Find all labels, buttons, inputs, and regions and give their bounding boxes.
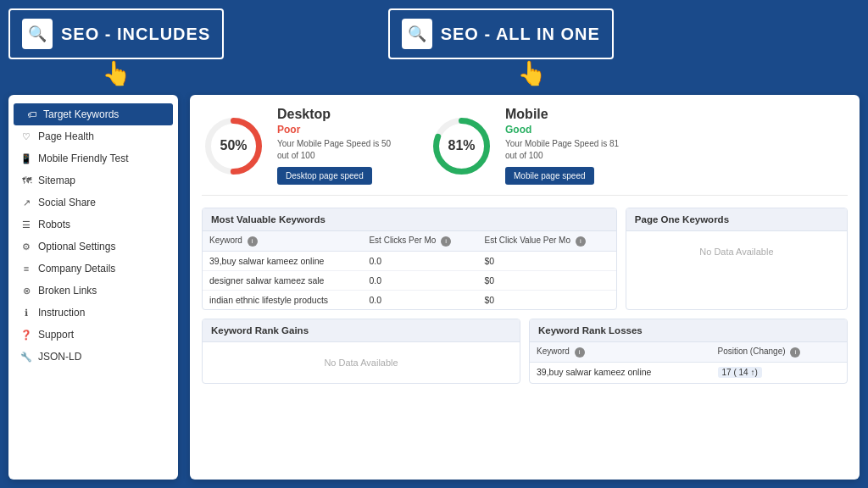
desktop-circle: 50% [202, 114, 265, 178]
optional-settings-icon: ⚙ [20, 241, 32, 252]
keyword-cell: indian ethnic lifestyle products [203, 291, 362, 310]
support-icon: ❓ [20, 330, 32, 341]
nav-label-json-ld: JSON-LD [38, 351, 81, 363]
nav-label-optional-settings: Optional Settings [38, 241, 115, 252]
nav-item-broken-links[interactable]: ⊗ Broken Links [8, 280, 178, 302]
col-keyword: Keyword i [203, 231, 362, 252]
json-ld-icon: 🔧 [20, 352, 32, 363]
top-data-row: Most Valuable Keywords Keyword i Est Cli… [202, 208, 848, 310]
keyword-rank-losses-header: Keyword Rank Losses [530, 319, 847, 342]
loss-col-keyword: Keyword i [530, 342, 711, 363]
loss-keyword-cell: 39,buy salwar kameez online [530, 363, 711, 382]
clicks-info-icon[interactable]: i [441, 236, 451, 247]
most-valuable-keywords-table: Keyword i Est Clicks Per Mo i Est Click … [203, 231, 616, 309]
keyword-rank-gains-no-data: No Data Available [203, 342, 520, 383]
main-content: 🏷 Target Keywords ♡ Page Health 📱 Mobile… [8, 95, 860, 480]
nav-label-company-details: Company Details [38, 263, 115, 274]
col-value: Est Click Value Per Mo i [477, 231, 615, 252]
nav-item-company-details[interactable]: ≡ Company Details [8, 258, 178, 280]
col-clicks: Est Clicks Per Mo i [362, 231, 477, 252]
nav-label-support: Support [38, 329, 74, 341]
desktop-description: Your Mobile Page Speed is 50 out of 100 [277, 138, 396, 162]
seo-all-in-one-header: 🔍 SEO - ALL IN ONE [388, 8, 614, 59]
desktop-speed-info: Desktop Poor Your Mobile Page Speed is 5… [277, 107, 396, 185]
nav-label-broken-links: Broken Links [38, 285, 97, 297]
nav-item-target-keywords[interactable]: 🏷 Target Keywords [14, 103, 173, 125]
social-share-icon: ↗ [20, 197, 32, 208]
loss-position-cell: 17 ( 14 ↑) [711, 363, 848, 382]
table-row: 39,buy salwar kameez online 17 ( 14 ↑) [530, 363, 847, 382]
clicks-cell: 0.0 [362, 252, 477, 271]
mobile-speed-info: Mobile Good Your Mobile Page Speed is 81… [505, 107, 624, 185]
loss-position-info-icon[interactable]: i [790, 347, 800, 358]
mobile-circle: 81% [430, 114, 493, 178]
nav-item-support[interactable]: ❓ Support [8, 324, 178, 346]
value-cell: $0 [477, 291, 615, 310]
nav-label-mobile-friendly: Mobile Friendly Test [38, 152, 129, 164]
most-valuable-keywords-header: Most Valuable Keywords [203, 208, 616, 231]
desktop-speed-button[interactable]: Desktop page speed [277, 167, 372, 185]
pointer-row: 👆 👆 [8, 59, 860, 93]
nav-item-json-ld[interactable]: 🔧 JSON-LD [8, 346, 178, 368]
table-row: designer salwar kameez sale 0.0 $0 [203, 271, 616, 291]
keyword-cell: 39,buy salwar kameez online [203, 252, 362, 271]
robots-icon: ☰ [20, 219, 32, 230]
company-details-icon: ≡ [20, 263, 32, 274]
mobile-score: 81% [448, 138, 475, 153]
clicks-cell: 0.0 [362, 271, 477, 291]
keyword-cell: designer salwar kameez sale [203, 271, 362, 291]
pointer-left-icon: 👆 [102, 59, 131, 87]
target-keywords-icon: 🏷 [25, 109, 37, 119]
loss-keyword-info-icon[interactable]: i [575, 347, 585, 358]
nav-item-mobile-friendly[interactable]: 📱 Mobile Friendly Test [8, 147, 178, 169]
left-nav-panel: 🏷 Target Keywords ♡ Page Health 📱 Mobile… [8, 95, 178, 480]
pointer-right-icon: 👆 [517, 59, 547, 87]
nav-label-sitemap: Sitemap [38, 175, 75, 186]
clicks-cell: 0.0 [362, 291, 477, 310]
right-main-panel: 50% Desktop Poor Your Mobile Page Speed … [190, 95, 860, 480]
nav-item-social-share[interactable]: ↗ Social Share [8, 191, 178, 214]
nav-label-social-share: Social Share [38, 197, 96, 208]
value-info-icon[interactable]: i [576, 236, 586, 247]
nav-label-instruction: Instruction [38, 307, 85, 319]
broken-links-icon: ⊗ [20, 286, 32, 297]
speed-row: 50% Desktop Poor Your Mobile Page Speed … [202, 107, 848, 196]
mobile-description: Your Mobile Page Speed is 81 out of 100 [505, 138, 624, 162]
value-cell: $0 [477, 271, 615, 291]
page-health-icon: ♡ [20, 131, 32, 142]
seo-includes-header: 🔍 SEO - INCLUDES [8, 8, 224, 59]
keyword-rank-gains-header: Keyword Rank Gains [203, 319, 520, 342]
keyword-rank-losses-section: Keyword Rank Losses Keyword i Position (… [529, 319, 848, 384]
seo-allinone-icon: 🔍 [402, 19, 432, 49]
table-row: indian ethnic lifestyle products 0.0 $0 [203, 291, 616, 310]
nav-item-robots[interactable]: ☰ Robots [8, 214, 178, 236]
mobile-friendly-icon: 📱 [20, 153, 32, 164]
seo-allinone-title: SEO - ALL IN ONE [441, 25, 600, 44]
desktop-score: 50% [220, 138, 247, 153]
keyword-rank-gains-section: Keyword Rank Gains No Data Available [202, 319, 520, 384]
header-row: 🔍 SEO - INCLUDES 🔍 SEO - ALL IN ONE [8, 8, 860, 59]
seo-includes-icon: 🔍 [22, 19, 53, 49]
keyword-info-icon[interactable]: i [248, 236, 258, 247]
nav-item-instruction[interactable]: ℹ Instruction [8, 302, 178, 324]
nav-label-page-health: Page Health [38, 130, 94, 142]
mobile-status: Good [505, 124, 624, 136]
instruction-icon: ℹ [20, 308, 32, 319]
nav-item-optional-settings[interactable]: ⚙ Optional Settings [8, 236, 178, 258]
page-one-keywords-section: Page One Keywords No Data Available [626, 208, 848, 310]
sitemap-icon: 🗺 [20, 175, 32, 186]
seo-includes-title: SEO - INCLUDES [61, 25, 210, 44]
table-row: 39,buy salwar kameez online 0.0 $0 [203, 252, 616, 271]
bottom-data-row: Keyword Rank Gains No Data Available Key… [202, 319, 848, 384]
nav-item-sitemap[interactable]: 🗺 Sitemap [8, 169, 178, 191]
desktop-title: Desktop [277, 107, 396, 122]
mobile-speed-button[interactable]: Mobile page speed [505, 167, 594, 185]
keyword-rank-losses-table: Keyword i Position (Change) i 39,buy sal… [530, 342, 847, 381]
mobile-title: Mobile [505, 107, 624, 122]
desktop-status: Poor [277, 124, 396, 136]
mobile-speed-item: 81% Mobile Good Your Mobile Page Speed i… [430, 107, 624, 185]
nav-label-robots: Robots [38, 219, 70, 230]
nav-item-page-health[interactable]: ♡ Page Health [8, 125, 178, 147]
nav-label-target-keywords: Target Keywords [43, 108, 119, 120]
page-one-keywords-no-data: No Data Available [626, 231, 847, 272]
